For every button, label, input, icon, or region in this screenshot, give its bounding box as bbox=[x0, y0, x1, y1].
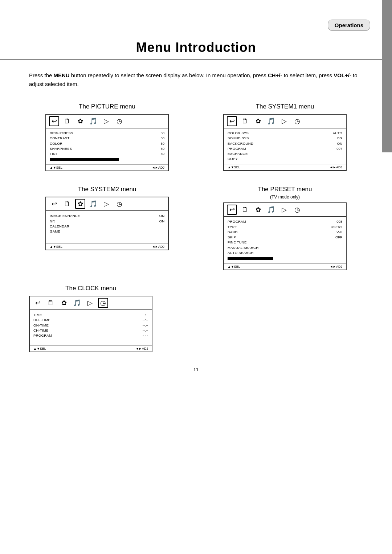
table-row: CONTRAST50 bbox=[50, 136, 164, 141]
preset-nav-sel: ▲▼SEL bbox=[228, 265, 240, 268]
icon-s1-doc: 🗒 bbox=[240, 116, 250, 126]
icon-clk-sound: 🎵 bbox=[72, 298, 82, 308]
table-row: PROGRAM008 bbox=[228, 219, 342, 224]
icon-s2-undo: ↩ bbox=[49, 199, 59, 209]
icon-pre-gear: ✿ bbox=[253, 205, 263, 215]
menu-keyword: MENU bbox=[54, 72, 70, 78]
preset-nav-adj: ◄►ADJ bbox=[330, 265, 342, 268]
system1-menu-box: ↩ 🗒 ✿ 🎵 ▷ ◷ COLOR SYSAUTO SOUND SYSBG BA… bbox=[223, 114, 347, 171]
system2-menu-content: IMAGE ENHANCEON NRON CALENDAR GAME bbox=[46, 211, 168, 243]
clock-menu-nav: ▲▼SEL ◄►ADJ bbox=[30, 345, 152, 352]
table-row: CALENDAR bbox=[50, 224, 164, 229]
preset-menu-title: The PRESET menu bbox=[258, 186, 312, 193]
clock-menu-content: TIME--:-- OFF-TIME--:-- ON-TIME--:-- CH-… bbox=[30, 310, 152, 345]
icon-s2-gear: ✿ bbox=[75, 199, 85, 209]
icon-picture-sound: 🎵 bbox=[88, 116, 98, 126]
icon-s1-clock: ◷ bbox=[292, 116, 302, 126]
icon-clk-doc: 🗒 bbox=[46, 298, 56, 308]
table-row: FINE TUNE bbox=[228, 240, 342, 245]
icon-s2-doc: 🗒 bbox=[62, 199, 72, 209]
preset-icon-bar: ↩ 🗒 ✿ 🎵 ▷ ◷ bbox=[224, 203, 346, 217]
table-row: PROGRAM- - - bbox=[33, 333, 148, 338]
system2-menu-title: The SYSTEM2 menu bbox=[78, 186, 136, 193]
icon-s2-tv: ▷ bbox=[101, 199, 111, 209]
icon-picture-undo: ↩ bbox=[49, 116, 59, 126]
icon-clk-undo: ↩ bbox=[33, 298, 43, 308]
table-row: SHARPNESS50 bbox=[50, 146, 164, 151]
system2-icon-bar: ↩ 🗒 ✿ 🎵 ▷ ◷ bbox=[46, 197, 168, 211]
icon-picture-clock: ◷ bbox=[114, 116, 124, 126]
system1-menu-content: COLOR SYSAUTO SOUND SYSBG BACKGROUNDON P… bbox=[224, 128, 346, 163]
clock-menu-box: ↩ 🗒 ✿ 🎵 ▷ ◷ TIME--:-- OFF-TIME--:-- ON-T… bbox=[29, 296, 152, 352]
icon-picture-gear: ✿ bbox=[75, 116, 85, 126]
picture-menu-section: The PICTURE menu ↩ 🗒 ✿ 🎵 ▷ ◷ BRIGHTNESS5… bbox=[29, 103, 185, 171]
clock-nav-adj: ◄►ADJ bbox=[135, 347, 148, 350]
icon-picture-doc: 🗒 bbox=[62, 116, 72, 126]
vol-keyword: VOL+/- bbox=[334, 72, 351, 78]
page-title: Menu Introduction bbox=[0, 40, 392, 55]
picture-menu-nav: ▲▼SEL ◄►ADJ bbox=[46, 164, 168, 171]
preset-menu-nav: ▲▼SEL ◄►ADJ bbox=[224, 263, 346, 270]
picture-menu-title: The PICTURE menu bbox=[79, 103, 135, 110]
picture-progress-bar bbox=[50, 158, 119, 161]
icon-s1-gear: ✿ bbox=[253, 116, 263, 126]
icon-clk-gear: ✿ bbox=[59, 298, 69, 308]
table-row: BRIGHTNESS50 bbox=[50, 131, 164, 136]
icon-pre-undo: ↩ bbox=[227, 205, 237, 215]
picture-nav-sel: ▲▼SEL bbox=[50, 166, 62, 169]
icon-pre-sound: 🎵 bbox=[266, 205, 276, 215]
icon-s1-tv: ▷ bbox=[279, 116, 289, 126]
table-row: COLOR50 bbox=[50, 141, 164, 146]
system1-nav-sel: ▲▼SEL bbox=[228, 165, 240, 169]
system2-nav-sel: ▲▼SEL bbox=[50, 245, 62, 249]
icon-pre-doc: 🗒 bbox=[240, 205, 250, 215]
icon-pre-clock: ◷ bbox=[292, 205, 302, 215]
side-bar bbox=[382, 0, 392, 152]
clock-menu-title: The CLOCK menu bbox=[29, 285, 152, 292]
icon-s1-undo: ↩ bbox=[227, 116, 237, 126]
table-row: NRON bbox=[50, 219, 164, 224]
icon-picture-tv: ▷ bbox=[101, 116, 111, 126]
table-row: AUTO SEARCH bbox=[228, 250, 342, 255]
table-row: TYPEUSER2 bbox=[228, 225, 342, 230]
table-row: IMAGE ENHANCEON bbox=[50, 213, 164, 218]
clock-icon-bar: ↩ 🗒 ✿ 🎵 ▷ ◷ bbox=[30, 296, 152, 310]
intro-text: Press the MENU button repeatedly to sele… bbox=[29, 71, 363, 89]
icon-s2-sound: 🎵 bbox=[88, 199, 98, 209]
table-row: PROGRAM007 bbox=[228, 146, 342, 151]
icon-clk-tv: ▷ bbox=[85, 298, 95, 308]
table-row: SOUND SYSBG bbox=[228, 136, 342, 141]
table-row: OFF-TIME--:-- bbox=[33, 317, 148, 323]
system2-menu-section: The SYSTEM2 menu ↩ 🗒 ✿ 🎵 ▷ ◷ IMAGE ENHAN… bbox=[29, 186, 185, 270]
table-row: GAME bbox=[50, 229, 164, 234]
menus-grid: The PICTURE menu ↩ 🗒 ✿ 🎵 ▷ ◷ BRIGHTNESS5… bbox=[29, 103, 363, 270]
preset-menu-section: The PRESET menu (TV mode only) ↩ 🗒 ✿ 🎵 ▷… bbox=[207, 186, 363, 270]
icon-s2-clock: ◷ bbox=[114, 199, 124, 209]
icon-pre-tv: ▷ bbox=[279, 205, 289, 215]
system1-menu-nav: ▲▼SEL ◄►ADJ bbox=[224, 164, 346, 170]
preset-menu-box: ↩ 🗒 ✿ 🎵 ▷ ◷ PROGRAM008 TYPEUSER2 BANDV-H… bbox=[223, 202, 347, 270]
preset-menu-subtitle: (TV mode only) bbox=[270, 194, 300, 200]
icon-clk-clock: ◷ bbox=[98, 298, 108, 308]
table-row: BACKGROUNDON bbox=[228, 141, 342, 146]
picture-menu-content: BRIGHTNESS50 CONTRAST50 COLOR50 SHARPNES… bbox=[46, 128, 168, 164]
picture-menu-box: ↩ 🗒 ✿ 🎵 ▷ ◷ BRIGHTNESS50 CONTRAST50 COLO… bbox=[45, 114, 169, 171]
system1-menu-section: The SYSTEM1 menu ↩ 🗒 ✿ 🎵 ▷ ◷ COLOR SYSAU… bbox=[207, 103, 363, 171]
operations-badge: Operations bbox=[328, 20, 370, 31]
clock-nav-sel: ▲▼SEL bbox=[33, 347, 46, 350]
ch-keyword: CH+/- bbox=[268, 72, 282, 78]
icon-s1-sound: 🎵 bbox=[266, 116, 276, 126]
system2-menu-box: ↩ 🗒 ✿ 🎵 ▷ ◷ IMAGE ENHANCEON NRON CALENDA… bbox=[45, 197, 169, 250]
title-divider bbox=[0, 59, 392, 60]
system1-icon-bar: ↩ 🗒 ✿ 🎵 ▷ ◷ bbox=[224, 115, 346, 128]
table-row: CH-TIME--:-- bbox=[33, 328, 148, 333]
table-row: BANDV-H bbox=[228, 230, 342, 235]
system1-nav-adj: ◄►ADJ bbox=[330, 165, 342, 169]
preset-menu-content: PROGRAM008 TYPEUSER2 BANDV-H SKIPOFF FIN… bbox=[224, 217, 346, 263]
table-row: EXCHANGE- - - bbox=[228, 151, 342, 156]
table-row: MANUAL SEARCH bbox=[228, 245, 342, 250]
table-row: COLOR SYSAUTO bbox=[228, 131, 342, 136]
picture-icon-bar: ↩ 🗒 ✿ 🎵 ▷ ◷ bbox=[46, 115, 168, 128]
table-row: TIME--:-- bbox=[33, 312, 148, 317]
system1-menu-title: The SYSTEM1 menu bbox=[256, 103, 314, 110]
